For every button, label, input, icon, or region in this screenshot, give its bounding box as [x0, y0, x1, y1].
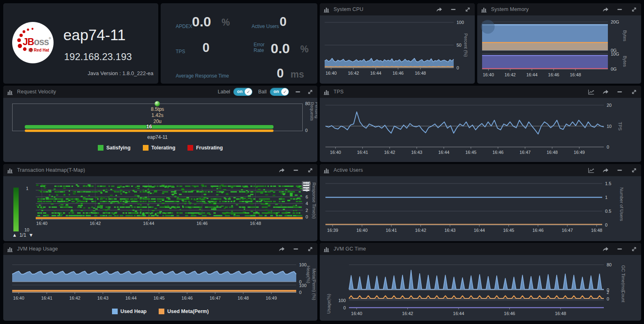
svg-text:TPS: TPS [618, 122, 622, 130]
svg-text:16:42: 16:42 [504, 72, 516, 77]
svg-text:100: 100 [299, 262, 306, 267]
share-icon[interactable] [602, 167, 609, 173]
svg-text:16:40: 16:40 [330, 150, 341, 155]
panel-system-memory: System Memory 20G0GBytes10G0GBytes16:401… [477, 3, 641, 84]
share-icon[interactable] [278, 167, 285, 173]
minimize-icon[interactable] [616, 167, 623, 173]
svg-text:50: 50 [457, 43, 461, 48]
share-icon[interactable] [278, 246, 285, 252]
minimize-icon[interactable] [293, 167, 299, 173]
expand-icon[interactable] [307, 167, 313, 173]
expand-icon[interactable] [631, 6, 637, 13]
heatmap-header: Transaction Heatmap(T-Map) [3, 164, 317, 176]
expand-icon[interactable] [464, 6, 471, 13]
satisfying-bar[interactable]: 16 [25, 125, 274, 129]
request-velocity-body: 8.5tps 1.42s 20u 16 80 0 Pending Request… [3, 98, 317, 162]
svg-text:16:42: 16:42 [69, 296, 81, 300]
legend-item[interactable]: Frustrating [187, 145, 223, 151]
minimize-icon[interactable] [295, 89, 301, 95]
svg-text:16:40: 16:40 [356, 228, 368, 233]
panel-title: TPS [334, 89, 344, 95]
panel-title: System CPU [334, 6, 364, 12]
svg-text:16:46: 16:46 [504, 311, 515, 316]
svg-text:16:44: 16:44 [474, 228, 485, 233]
svg-text:16:45: 16:45 [465, 150, 477, 155]
apdex-label: APDEX [176, 24, 192, 29]
panel-request-velocity: Request Velocity Label on✓ Ball on✓ 8.5t… [3, 86, 317, 162]
expand-icon[interactable] [631, 89, 637, 95]
svg-text:10G: 10G [611, 52, 619, 56]
legend-swatch [143, 145, 149, 151]
y-axis-label: Pending Requests [310, 102, 317, 135]
svg-text:16:40: 16:40 [325, 71, 337, 76]
share-icon[interactable] [602, 89, 609, 95]
legend-item[interactable]: Used Meta(Perm) [159, 309, 209, 314]
minimize-icon[interactable] [616, 246, 623, 252]
svg-text:0: 0 [607, 145, 609, 149]
legend-swatch [187, 145, 193, 151]
svg-text:16:48: 16:48 [555, 311, 566, 316]
active-users-label: Active Users [252, 24, 279, 29]
svg-text:16:48: 16:48 [415, 71, 426, 76]
svg-text:16:40: 16:40 [483, 72, 494, 77]
svg-text:10: 10 [607, 124, 612, 129]
svg-text:16:40: 16:40 [13, 296, 24, 300]
svg-text:2: 2 [607, 290, 609, 295]
svg-text:16:42: 16:42 [415, 228, 426, 233]
svg-text:Usage(%): Usage(%) [326, 294, 331, 314]
legend-item[interactable]: Tolerating [143, 145, 176, 151]
heatmap-pager: ▲ 1/1 ▼ [12, 232, 33, 238]
svg-text:Response Time(s): Response Time(s) [312, 182, 317, 218]
bar-chart-icon [324, 6, 330, 13]
svg-text:16:48: 16:48 [591, 228, 603, 233]
svg-text:16:44: 16:44 [143, 221, 155, 226]
label-toggle[interactable]: on✓ [233, 88, 252, 96]
tolerating-bar[interactable] [25, 130, 274, 132]
ball-toggle-group: Ball on✓ [258, 88, 289, 96]
minimize-icon[interactable] [293, 246, 299, 252]
svg-text:16:42: 16:42 [402, 311, 414, 316]
heatmap-chart: 16:4016:4216:4416:4616:481086420Response… [3, 176, 317, 241]
share-icon[interactable] [436, 6, 442, 13]
legend-swatch [112, 309, 118, 314]
avg-response-time-value: 0 [277, 66, 284, 81]
page-down-icon[interactable]: ▼ [29, 232, 34, 238]
svg-text:100: 100 [338, 298, 346, 303]
velocity-tps-annotation: 8.5tps [13, 106, 302, 112]
avg-response-time-label: Average Response Time [176, 73, 229, 79]
minimize-icon[interactable] [616, 89, 623, 95]
svg-text:16:47: 16:47 [519, 150, 531, 155]
svg-text:100: 100 [299, 283, 306, 288]
page-up-icon[interactable]: ▲ [12, 232, 17, 238]
tps-value: 0 [202, 41, 209, 55]
svg-text:16:49: 16:49 [574, 150, 585, 155]
ball-toggle[interactable]: on✓ [270, 88, 289, 96]
dashboard: JBoss® by Red Hat eap74-11 192.168.23.19… [0, 0, 644, 324]
svg-text:Heap(%): Heap(%) [306, 266, 311, 283]
svg-text:100: 100 [457, 20, 464, 25]
host-name: eap74-11 [63, 27, 126, 44]
minimize-icon[interactable] [450, 6, 457, 13]
velocity-ball [155, 101, 160, 106]
legend-swatch [159, 309, 164, 314]
expand-icon[interactable] [307, 89, 313, 95]
panel-title: Active Users [334, 167, 363, 173]
legend-swatch [98, 145, 103, 151]
line-chart-icon[interactable] [588, 167, 594, 173]
svg-text:6: 6 [306, 194, 308, 199]
active-users-chart: 16:3916:4016:4116:4216:4316:4416:4516:46… [320, 176, 641, 241]
expand-icon[interactable] [631, 246, 637, 252]
svg-text:0: 0 [605, 222, 607, 227]
expand-icon[interactable] [307, 246, 313, 252]
line-chart-icon[interactable] [588, 89, 594, 95]
drag-handle-dot[interactable] [481, 20, 495, 34]
svg-text:GC Time(ms): GC Time(ms) [621, 265, 626, 292]
legend-item[interactable]: Used Heap [112, 309, 147, 314]
svg-text:20G: 20G [611, 19, 619, 24]
share-icon[interactable] [602, 246, 609, 252]
expand-icon[interactable] [631, 167, 637, 173]
panel-title: JVM Heap Usage [17, 246, 58, 252]
legend-item[interactable]: Satisfying [98, 145, 131, 151]
share-icon[interactable] [602, 6, 609, 13]
minimize-icon[interactable] [616, 6, 623, 13]
